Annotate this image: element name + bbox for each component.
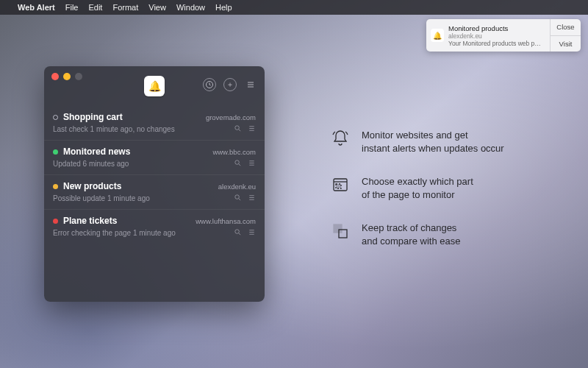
window-minimize-button[interactable] — [63, 73, 71, 80]
menubar-item-edit[interactable]: Edit — [88, 3, 102, 12]
status-dot-icon — [53, 149, 58, 155]
notification-message: Your Monitored products web page wa… — [448, 40, 544, 47]
svg-point-19 — [235, 230, 240, 234]
app-window: 🔔 ＋ Shopping cart grovemade.com Last che… — [44, 66, 265, 302]
svg-line-20 — [239, 233, 241, 236]
monitor-status: Last check 1 minute ago, no changes — [53, 125, 234, 133]
feature-text: Monitor websites and getinstant alerts w… — [362, 129, 504, 155]
notification-body[interactable]: 🔔 Monitored products alexdenk.eu Your Mo… — [426, 19, 550, 52]
monitor-item[interactable]: Plane tickets www.lufthansa.com Error ch… — [44, 209, 265, 244]
svg-line-5 — [239, 130, 241, 132]
notification-visit-button[interactable]: Visit — [551, 36, 581, 52]
svg-point-9 — [235, 160, 240, 165]
svg-line-10 — [239, 164, 241, 166]
system-notification[interactable]: 🔔 Monitored products alexdenk.eu Your Mo… — [426, 19, 581, 52]
notification-close-button[interactable]: Close — [551, 19, 581, 36]
history-button[interactable] — [203, 78, 216, 91]
status-dot-icon — [53, 184, 58, 189]
monitor-domain: www.lufthansa.com — [196, 217, 256, 225]
menu-button[interactable] — [244, 78, 257, 91]
window-zoom-button[interactable] — [75, 73, 82, 80]
menubar-item-window[interactable]: Window — [176, 3, 205, 12]
feature-text: Choose exactly which partof the page to … — [362, 175, 473, 201]
svg-rect-28 — [334, 224, 342, 233]
monitor-name: Shopping cart — [63, 112, 201, 122]
compare-icon — [331, 222, 350, 241]
search-icon[interactable] — [234, 124, 242, 134]
svg-point-14 — [235, 195, 240, 199]
list-icon[interactable] — [248, 228, 256, 238]
feature-item: Choose exactly which partof the page to … — [331, 175, 504, 201]
menubar-item-file[interactable]: File — [65, 3, 79, 12]
select-icon — [331, 175, 350, 194]
menubar-app-name[interactable]: Web Alert — [18, 3, 55, 12]
feature-item: Monitor websites and getinstant alerts w… — [331, 129, 504, 155]
monitor-status: Possible update 1 minute ago — [53, 194, 234, 202]
status-dot-icon — [53, 115, 58, 120]
monitor-name: Plane tickets — [63, 216, 190, 226]
notification-title: Monitored products — [448, 24, 544, 32]
svg-line-15 — [239, 199, 241, 201]
search-icon[interactable] — [234, 228, 242, 238]
monitor-item[interactable]: Shopping cart grovemade.com Last check 1… — [44, 106, 265, 140]
app-logo-icon: 🔔 — [144, 76, 165, 96]
svg-point-4 — [235, 126, 240, 130]
monitor-list: Shopping cart grovemade.com Last check 1… — [44, 106, 265, 302]
monitor-status: Error checking the page 1 minute ago — [53, 229, 234, 237]
monitor-name: New products — [63, 181, 213, 191]
monitor-name: Monitored news — [63, 146, 207, 157]
feature-item: Keep track of changesand compare with ea… — [331, 222, 504, 247]
menubar-item-view[interactable]: View — [148, 3, 166, 12]
menubar-item-help[interactable]: Help — [215, 3, 232, 12]
mac-menubar: Web Alert File Edit Format View Window H… — [0, 0, 588, 15]
menubar-item-format[interactable]: Format — [112, 3, 138, 12]
monitor-item[interactable]: Monitored news www.bbc.com Updated 6 min… — [44, 140, 265, 174]
feature-list: Monitor websites and getinstant alerts w… — [331, 129, 504, 247]
status-dot-icon — [53, 219, 58, 224]
window-close-button[interactable] — [51, 73, 59, 80]
monitor-domain: grovemade.com — [206, 113, 256, 121]
notification-subtitle: alexdenk.eu — [448, 32, 544, 40]
monitor-domain: www.bbc.com — [212, 148, 256, 156]
window-toolbar: 🔔 ＋ — [44, 66, 265, 106]
svg-rect-26 — [336, 184, 341, 188]
list-icon[interactable] — [248, 159, 256, 169]
search-icon[interactable] — [234, 159, 242, 169]
monitor-status: Updated 6 minutes ago — [53, 160, 234, 168]
bell-icon — [331, 129, 350, 148]
search-icon[interactable] — [234, 194, 242, 203]
monitor-domain: alexdenk.eu — [218, 183, 256, 191]
list-icon[interactable] — [248, 194, 256, 203]
notification-app-icon: 🔔 — [431, 29, 444, 42]
feature-text: Keep track of changesand compare with ea… — [362, 222, 460, 247]
monitor-item[interactable]: New products alexdenk.eu Possible update… — [44, 174, 265, 209]
list-icon[interactable] — [248, 124, 256, 134]
add-button[interactable]: ＋ — [223, 78, 237, 91]
